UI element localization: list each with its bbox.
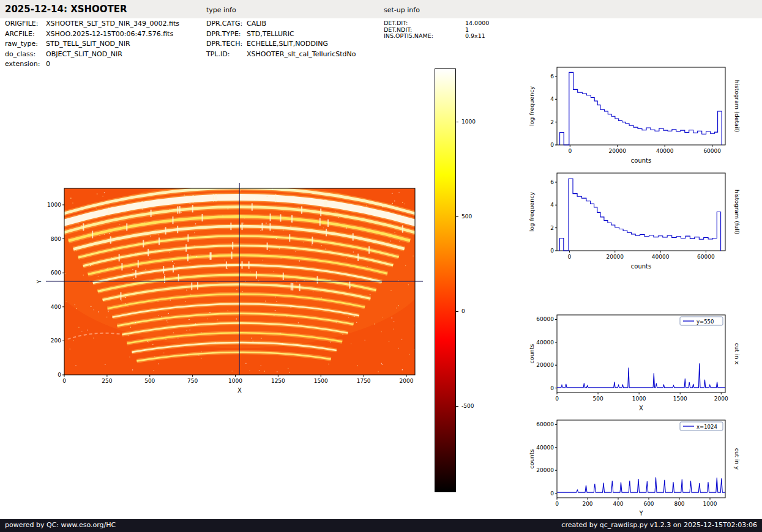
- svg-text:0: 0: [550, 142, 554, 148]
- field-value: ECHELLE,SLIT,NODDING: [247, 40, 328, 48]
- svg-text:20000: 20000: [608, 148, 626, 154]
- svg-text:40000: 40000: [536, 445, 554, 451]
- svg-text:500: 500: [144, 378, 155, 384]
- svg-text:2: 2: [550, 119, 554, 125]
- file-info-row: extension:0: [5, 59, 179, 70]
- colorbar-tick: [456, 406, 458, 407]
- svg-text:500: 500: [592, 396, 603, 402]
- svg-text:X: X: [237, 387, 242, 394]
- colorbar-tick: [456, 311, 458, 312]
- svg-text:cut in y: cut in y: [734, 448, 741, 470]
- raw-frame-plot: 0250500750100012501500175020000200400600…: [24, 179, 435, 408]
- svg-text:Y: Y: [638, 510, 643, 517]
- field-value: STD,TELLURIC: [247, 30, 294, 38]
- svg-text:20000: 20000: [536, 362, 554, 368]
- field-value: STD_TELL_SLIT_NOD_NIR: [46, 40, 130, 48]
- svg-text:cut in x: cut in x: [734, 343, 741, 365]
- type-info-row: DPR.CATG:CALIB: [206, 19, 356, 29]
- footer-bar: powered by QC: www.eso.org/HC created by…: [0, 519, 762, 532]
- svg-text:0: 0: [62, 378, 66, 384]
- cut-in-x-plot: 05001000150020000200004000060000Xcountsc…: [523, 308, 762, 419]
- svg-text:250: 250: [102, 378, 112, 384]
- svg-text:6: 6: [550, 179, 554, 185]
- svg-text:4: 4: [550, 202, 554, 208]
- svg-text:0: 0: [568, 254, 572, 260]
- setup-info-heading: set-up info: [384, 6, 420, 14]
- svg-text:200: 200: [51, 338, 61, 344]
- type-info-heading: type info: [206, 6, 236, 14]
- svg-text:40000: 40000: [652, 254, 670, 260]
- svg-text:y=550: y=550: [697, 319, 714, 325]
- svg-text:log frequency: log frequency: [528, 192, 535, 232]
- svg-text:2000: 2000: [714, 396, 728, 402]
- file-info-block: ORIGFILE:XSHOOTER_SLT_STD_NIR_349_0002.f…: [5, 19, 179, 70]
- field-label: DPR.TECH:: [206, 39, 247, 50]
- svg-text:1750: 1750: [357, 378, 371, 384]
- svg-text:200: 200: [582, 501, 592, 507]
- svg-text:1500: 1500: [314, 378, 328, 384]
- qc-report-page: 2025-12-14: XSHOOTER type info set-up in…: [0, 0, 762, 532]
- svg-text:600: 600: [51, 270, 61, 276]
- svg-text:0: 0: [58, 372, 61, 378]
- svg-text:60000: 60000: [536, 316, 554, 322]
- svg-text:20000: 20000: [606, 254, 624, 260]
- setup-info-row: INS.OPTI5.NAME:0.9x11: [384, 33, 489, 40]
- field-value: OBJECT_SLIT_NOD_NIR: [46, 50, 122, 58]
- colorbar-gradient: [435, 68, 456, 492]
- svg-text:log frequency: log frequency: [528, 86, 535, 127]
- svg-text:40000: 40000: [536, 339, 554, 345]
- field-value: CALIB: [247, 20, 266, 28]
- field-value: 0: [46, 60, 50, 68]
- header-bar: 2025-12-14: XSHOOTER type info set-up in…: [0, 0, 762, 18]
- field-value: 14.0000: [465, 20, 489, 26]
- svg-text:1000: 1000: [632, 396, 646, 402]
- colorbar: 10005000-500: [435, 68, 490, 497]
- svg-text:counts: counts: [631, 263, 651, 270]
- svg-text:1000: 1000: [47, 202, 61, 208]
- svg-text:1250: 1250: [271, 378, 285, 384]
- svg-text:750: 750: [187, 378, 198, 384]
- type-info-block: DPR.CATG:CALIB DPR.TYPE:STD,TELLURIC DPR…: [206, 19, 356, 59]
- file-info-row: do_class:OBJECT_SLIT_NOD_NIR: [5, 50, 179, 60]
- type-info-row: DPR.TYPE:STD,TELLURIC: [206, 29, 356, 40]
- svg-text:0: 0: [568, 148, 572, 154]
- type-info-row: DPR.TECH:ECHELLE,SLIT,NODDING: [206, 39, 356, 50]
- colorbar-tick-label: -500: [461, 403, 474, 409]
- cut-in-y-plot: 020040060080010000200004000060000Ycounts…: [523, 413, 762, 524]
- colorbar-tick-label: 1000: [461, 119, 476, 125]
- field-label: raw_type:: [5, 39, 46, 50]
- field-label: DPR.CATG:: [206, 19, 247, 29]
- svg-text:2: 2: [550, 225, 554, 231]
- svg-text:60000: 60000: [703, 148, 721, 154]
- field-label: ARCFILE:: [5, 29, 46, 40]
- page-title: 2025-12-14: XSHOOTER: [5, 4, 127, 15]
- colorbar-tick: [456, 122, 458, 122]
- field-label: DPR.TYPE:: [206, 29, 247, 40]
- field-value: XSHOOTER_slt_cal_TelluricStdNo: [247, 50, 356, 58]
- svg-text:0: 0: [550, 385, 554, 391]
- svg-text:1000: 1000: [228, 378, 242, 384]
- colorbar-tick-label: 500: [461, 213, 472, 220]
- svg-text:400: 400: [613, 501, 623, 507]
- field-value: 1: [465, 26, 469, 33]
- svg-text:4: 4: [550, 96, 554, 102]
- file-info-row: ARCFILE:XSHOO.2025-12-15T00:06:47.576.fi…: [5, 29, 179, 40]
- svg-text:1500: 1500: [673, 396, 687, 402]
- file-info-row: raw_type:STD_TELL_SLIT_NOD_NIR: [5, 39, 179, 50]
- svg-text:2000: 2000: [400, 378, 414, 384]
- svg-text:histogram (detail): histogram (detail): [734, 80, 741, 132]
- field-label: ORIGFILE:: [5, 19, 46, 29]
- svg-text:60000: 60000: [697, 254, 715, 260]
- colorbar-tick: [456, 216, 458, 217]
- field-label: do_class:: [5, 50, 46, 60]
- svg-text:0: 0: [550, 490, 554, 497]
- type-info-row: TPL.ID:XSHOOTER_slt_cal_TelluricStdNo: [206, 50, 356, 60]
- colorbar-tick-label: 0: [461, 308, 465, 314]
- svg-text:0: 0: [550, 248, 554, 254]
- svg-text:600: 600: [643, 501, 654, 507]
- file-info-row: ORIGFILE:XSHOOTER_SLT_STD_NIR_349_0002.f…: [5, 19, 179, 29]
- setup-info-row: DET.DIT:14.0000: [384, 20, 489, 27]
- svg-text:counts: counts: [631, 157, 651, 164]
- field-label: DET.DIT:: [384, 20, 465, 27]
- footer-created-by: created by qc_rawdisp.py v1.2.3 on 2025-…: [561, 521, 757, 529]
